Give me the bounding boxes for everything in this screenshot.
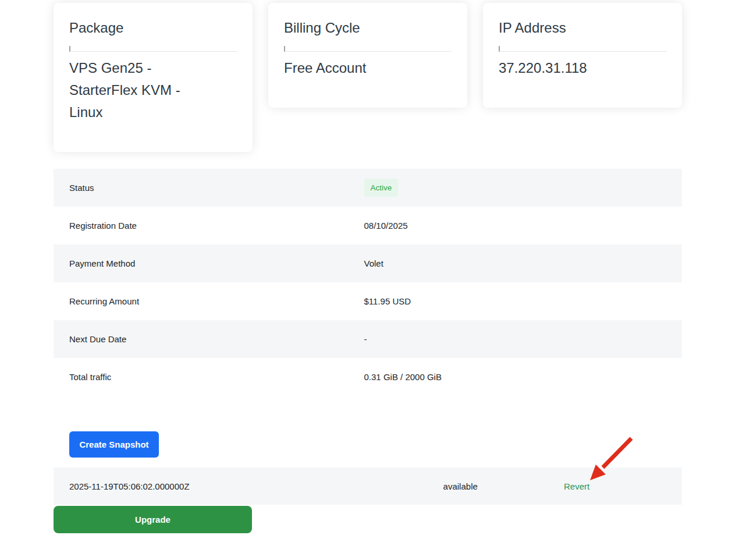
card-divider [499,46,666,52]
row-label: Total traffic [54,372,364,382]
table-row-next-due-date: Next Due Date - [54,320,682,358]
ip-address-value: 37.220.31.118 [499,57,666,79]
table-row-payment-method: Payment Method Volet [54,244,682,282]
row-label: Payment Method [54,258,364,268]
row-label: Registration Date [54,221,364,231]
details-table: Status Active Registration Date 08/10/20… [54,169,682,396]
row-value: 0.31 GiB / 2000 GiB [364,372,682,382]
billing-cycle-value: Free Account [284,57,452,79]
ip-address-card: IP Address 37.220.31.118 [483,3,682,108]
row-label: Recurring Amount [54,296,364,306]
table-row-registration-date: Registration Date 08/10/2025 [54,207,682,244]
upgrade-button[interactable]: Upgrade [54,506,252,533]
row-value: 08/10/2025 [364,221,682,231]
status-badge: Active [364,179,399,197]
row-value: $11.95 USD [364,296,682,306]
package-name: VPS Gen25 - StarterFlex KVM - Linux [69,57,212,123]
snapshot-action-cell: Revert [564,481,682,491]
card-divider [284,46,452,52]
create-snapshot-button[interactable]: Create Snapshot [69,431,159,458]
table-row-total-traffic: Total traffic 0.31 GiB / 2000 GiB [54,358,682,396]
row-value: Volet [364,258,682,268]
snapshot-timestamp: 2025-11-19T05:06:02.000000Z [54,481,443,491]
row-value: Active [364,179,682,197]
row-value: - [364,334,682,344]
table-row-recurring-amount: Recurring Amount $11.95 USD [54,282,682,320]
ip-address-card-title: IP Address [499,19,666,37]
vps-service-details-page: Package VPS Gen25 - StarterFlex KVM - Li… [0,0,739,560]
billing-cycle-card: Billing Cycle Free Account [268,3,467,108]
row-label: Next Due Date [54,334,364,344]
card-divider [69,46,237,52]
revert-link[interactable]: Revert [564,481,589,491]
table-row-status: Status Active [54,169,682,207]
billing-cycle-card-title: Billing Cycle [284,19,452,37]
package-card: Package VPS Gen25 - StarterFlex KVM - Li… [54,3,253,152]
snapshot-row: 2025-11-19T05:06:02.000000Z available Re… [54,467,682,505]
row-label: Status [54,183,364,193]
package-card-title: Package [69,19,237,37]
snapshot-status: available [443,481,564,491]
summary-cards: Package VPS Gen25 - StarterFlex KVM - Li… [54,3,682,152]
